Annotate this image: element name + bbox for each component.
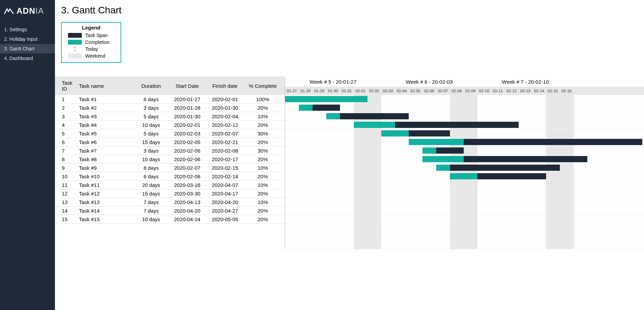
gantt-row xyxy=(285,206,644,215)
cell-id: 6 xyxy=(55,139,76,145)
table-row[interactable]: 9Task #98 days2020-02-072020-02-1510% xyxy=(55,164,285,172)
table-row[interactable]: 1Task #16 days2020-01-272020-02-01100% xyxy=(55,95,285,104)
table-row[interactable]: 8Task #810 days2020-02-062020-02-1720% xyxy=(55,155,285,164)
gantt-row-empty xyxy=(285,224,644,232)
gantt-row xyxy=(285,172,644,181)
weekend-bg xyxy=(546,215,560,223)
cell-pct: 30% xyxy=(244,131,282,136)
nav-item-3[interactable]: 4. Dashboard xyxy=(0,53,55,63)
content: Task ID Task name Duration Start Date Fi… xyxy=(55,76,644,249)
legend-row-2: Today xyxy=(68,46,114,52)
cell-name: Task #4 xyxy=(76,122,134,128)
cell-pct: 20% xyxy=(244,191,282,196)
cell-name: Task #15 xyxy=(76,216,134,222)
weekend-bg xyxy=(450,129,464,138)
table-row[interactable]: 2Task #23 days2020-01-282020-01-3020% xyxy=(55,104,285,112)
gantt-row xyxy=(285,104,644,112)
gantt-row-empty xyxy=(285,232,644,241)
table-row[interactable]: 5Task #55 days2020-02-032020-02-0730% xyxy=(55,129,285,138)
table-row[interactable]: 7Task #73 days2020-02-062020-02-0830% xyxy=(55,146,285,155)
table-row[interactable]: 14Task #147 days2020-04-202020-04-2720% xyxy=(55,206,285,215)
table-row[interactable]: 15Task #1510 days2020-04-242020-05-0520% xyxy=(55,215,285,224)
week-header: Week # 6 - 20-02-03 xyxy=(381,76,477,87)
cell-dur: 10 days xyxy=(134,156,168,162)
page-title: 3. Gantt Chart xyxy=(55,0,644,22)
cell-start: 2020-04-13 xyxy=(168,199,206,205)
table-row[interactable]: 6Task #615 days2020-02-052020-02-2120% xyxy=(55,138,285,146)
weekend-bg xyxy=(464,95,477,103)
col-start-date: Start Date xyxy=(168,83,206,89)
date-header: 01-30 xyxy=(326,87,340,95)
cell-end: 2020-02-07 xyxy=(206,131,244,136)
cell-end: 2020-04-20 xyxy=(206,199,244,205)
cell-start: 2020-04-20 xyxy=(168,208,206,214)
cell-start: 2020-03-30 xyxy=(168,191,206,196)
weekend-bg xyxy=(560,181,574,189)
cell-start: 2020-02-08 xyxy=(168,174,206,179)
weekend-bg xyxy=(368,215,381,223)
date-header: 02-16 xyxy=(560,87,574,95)
cell-end: 2020-04-17 xyxy=(206,191,244,196)
main: 3. Gantt Chart Legend Task SpanCompletio… xyxy=(55,0,644,310)
weekend-bg xyxy=(560,189,574,198)
col-task-name: Task name xyxy=(76,83,134,89)
legend-label: Completion xyxy=(85,39,110,45)
cell-name: Task #6 xyxy=(76,139,134,145)
table-row[interactable]: 4Task #410 days2020-02-012020-02-1220% xyxy=(55,121,285,129)
table-row[interactable]: 13Task #137 days2020-04-132020-04-2010% xyxy=(55,198,285,206)
nav-item-0[interactable]: 1. Settings xyxy=(0,25,55,34)
weekend-bg xyxy=(546,181,560,189)
cell-start: 2020-02-07 xyxy=(168,165,206,171)
completion-bar xyxy=(326,113,340,119)
cell-id: 13 xyxy=(55,199,76,205)
weekend-bg xyxy=(560,112,574,120)
date-header: 01-31 xyxy=(340,87,354,95)
gantt-chart: Week # 5 - 20-01-27Week # 6 - 20-02-03We… xyxy=(285,76,644,249)
weekend-bg xyxy=(560,206,574,215)
cell-dur: 3 days xyxy=(134,105,168,111)
completion-bar xyxy=(381,130,409,136)
weekend-bg xyxy=(560,95,574,103)
weekend-bg xyxy=(546,198,560,206)
date-header: 02-14 xyxy=(532,87,546,95)
cell-id: 4 xyxy=(55,122,76,128)
weekend-bg xyxy=(368,189,381,198)
weekend-bg xyxy=(368,138,381,146)
weekend-bg xyxy=(560,215,574,223)
date-header: 02-06 xyxy=(422,87,436,95)
cell-dur: 20 days xyxy=(134,182,168,188)
weekend-bg xyxy=(450,112,464,120)
cell-id: 5 xyxy=(55,131,76,136)
date-header: 01-27 xyxy=(285,87,299,95)
task-span-bar[interactable] xyxy=(436,165,560,171)
weekend-bg xyxy=(450,104,464,112)
table-row[interactable]: 3Task #35 days2020-01-302020-02-0410% xyxy=(55,112,285,121)
cell-id: 15 xyxy=(55,216,76,222)
nav: 1. Settings2. Holiday Input3. Gantt Char… xyxy=(0,25,55,63)
weekend-bg xyxy=(546,112,560,120)
date-header: 02-07 xyxy=(436,87,450,95)
table-row[interactable]: 12Task #1215 days2020-03-302020-04-1720% xyxy=(55,189,285,198)
legend-label: Task Span xyxy=(85,33,108,38)
cell-dur: 6 days xyxy=(134,174,168,179)
nav-item-1[interactable]: 2. Holiday Input xyxy=(0,34,55,44)
weekend-bg xyxy=(368,146,381,155)
weekend-bg xyxy=(560,104,574,112)
table-row[interactable]: 10Task #106 days2020-02-082020-02-1420% xyxy=(55,172,285,181)
cell-end: 2020-02-15 xyxy=(206,165,244,171)
gantt-row xyxy=(285,181,644,189)
date-header: 02-12 xyxy=(505,87,519,95)
week-header: Week # 7 - 20-02-10 xyxy=(477,76,574,87)
weekend-bg xyxy=(560,164,574,172)
cell-pct: 20% xyxy=(244,139,282,145)
cell-end: 2020-02-12 xyxy=(206,122,244,128)
date-header: 02-03 xyxy=(381,87,395,95)
table-row[interactable]: 11Task #1120 days2020-03-162020-04-0710% xyxy=(55,181,285,189)
weekend-bg xyxy=(354,138,368,146)
legend-title: Legend xyxy=(68,25,114,31)
weekend-bg xyxy=(450,206,464,215)
nav-item-2[interactable]: 3. Gantt Chart xyxy=(0,44,55,53)
weekend-bg xyxy=(450,181,464,189)
cell-pct: 10% xyxy=(244,182,282,188)
legend-swatch xyxy=(68,40,82,45)
